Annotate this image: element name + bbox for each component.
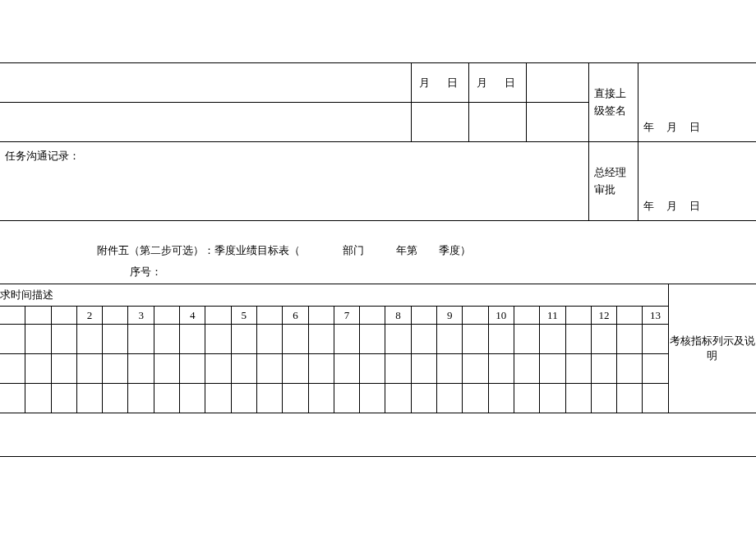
- num-cell: 3: [128, 307, 154, 325]
- attachment-caption: 附件五（第二步可选）：季度业绩目标表（ 部门 年第 季度）: [0, 240, 756, 261]
- num-cell: 2: [76, 307, 102, 325]
- half-cell: [256, 307, 282, 325]
- data-row: [0, 354, 756, 384]
- approval-table: 月 日 月 日 直接上级签名 年 月 日 任务沟通记录： 总经理审批 年 月 日: [0, 62, 756, 221]
- serial-caption: 序号：: [0, 261, 756, 283]
- gm-approval-field: 年 月 日: [638, 142, 756, 221]
- num-cell: 11: [540, 307, 565, 325]
- blank-cell: [412, 103, 469, 142]
- num-cell: 8: [385, 307, 411, 325]
- half-cell: [51, 307, 76, 325]
- half-cell: [154, 307, 179, 325]
- num-cell: 5: [231, 307, 256, 325]
- blank-cell: [527, 63, 588, 103]
- bottom-rule: [0, 456, 756, 457]
- half-cell: [0, 307, 25, 325]
- half-cell: [514, 307, 539, 325]
- num-cell: 13: [643, 307, 668, 325]
- num-cell: [25, 307, 51, 325]
- blank-cell: [0, 63, 412, 103]
- data-row: [0, 325, 756, 354]
- num-cell: 10: [488, 307, 514, 325]
- date-cell-2: 月 日: [469, 63, 527, 103]
- num-cell: 9: [437, 307, 463, 325]
- number-row: 2 3 4 5 6 7 8 9 10 11 12 13: [0, 307, 756, 325]
- quarter-target-table: 求时间描述 考核指标列示及说明 2 3 4 5 6 7 8 9 10 11 12…: [0, 284, 756, 413]
- num-cell: 6: [283, 307, 308, 325]
- blank-cell: [0, 103, 412, 142]
- half-cell: [565, 307, 591, 325]
- half-cell: [463, 307, 488, 325]
- num-cell: 4: [180, 307, 205, 325]
- task-record-cell: 任务沟通记录：: [0, 142, 588, 221]
- gm-approval-label: 总经理审批: [588, 142, 638, 221]
- time-desc-header: 求时间描述: [0, 284, 668, 307]
- num-cell: 7: [334, 307, 359, 325]
- caption-area: 附件五（第二步可选）：季度业绩目标表（ 部门 年第 季度） 序号：: [0, 240, 756, 283]
- date-cell-1: 月 日: [412, 63, 469, 103]
- data-row: [0, 384, 756, 413]
- half-cell: [205, 307, 231, 325]
- half-cell: [411, 307, 436, 325]
- blank-cell: [527, 103, 588, 142]
- supervisor-sign-label: 直接上级签名: [588, 63, 638, 142]
- num-cell: 12: [591, 307, 616, 325]
- indicator-header: 考核指标列示及说明: [668, 284, 756, 413]
- half-cell: [103, 307, 128, 325]
- half-cell: [360, 307, 385, 325]
- half-cell: [617, 307, 643, 325]
- half-cell: [308, 307, 334, 325]
- supervisor-sign-field: 年 月 日: [638, 63, 756, 142]
- blank-cell: [469, 103, 527, 142]
